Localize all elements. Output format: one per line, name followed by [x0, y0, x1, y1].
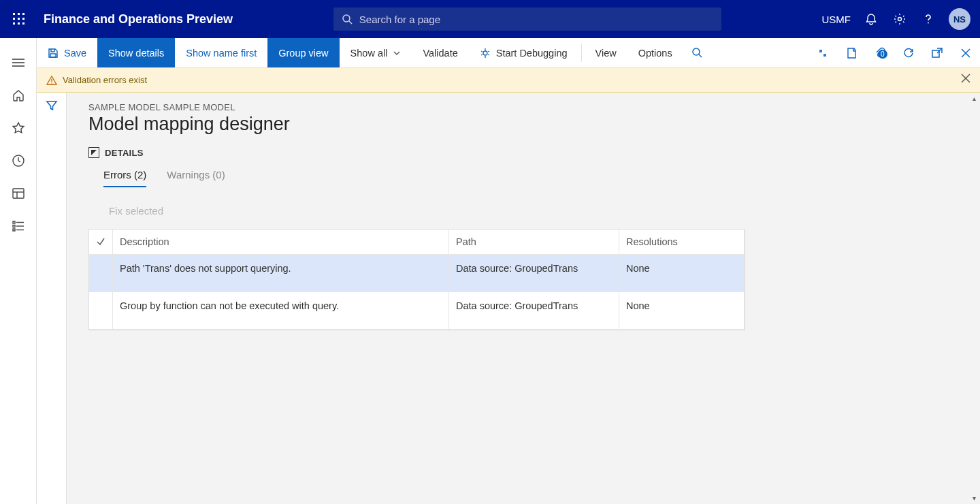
chevron-down-icon — [393, 49, 401, 57]
errors-table: Description Path Resolutions Path 'Trans… — [88, 229, 745, 330]
col-resolutions[interactable]: Resolutions — [619, 230, 745, 255]
cell-path: Data source: GroupedTrans — [449, 255, 619, 292]
filter-column — [37, 93, 67, 504]
separator — [581, 44, 582, 62]
view-button[interactable]: View — [585, 38, 627, 67]
tab-errors[interactable]: Errors (2) — [103, 169, 146, 187]
page-title: Model mapping designer — [88, 114, 958, 135]
table-row[interactable]: Path 'Trans' does not support querying. … — [89, 255, 745, 292]
show-details-button[interactable]: Show details — [97, 38, 175, 67]
company-code[interactable]: USMF — [822, 14, 851, 25]
collapse-icon — [88, 147, 99, 158]
open-office-icon[interactable] — [837, 47, 866, 59]
action-bar: Save Show details Show name first Group … — [37, 38, 980, 68]
scroll-track[interactable] — [968, 104, 980, 492]
svg-rect-24 — [13, 229, 15, 231]
nav-collapse-icon[interactable] — [5, 49, 32, 76]
personalize-icon[interactable] — [808, 47, 837, 59]
validate-button[interactable]: Validate — [412, 38, 468, 67]
gear-icon[interactable] — [892, 11, 908, 27]
attachment-badge: 0 — [878, 50, 887, 59]
col-path[interactable]: Path — [449, 230, 619, 255]
save-button[interactable]: Save — [37, 38, 97, 67]
help-icon[interactable] — [920, 11, 936, 27]
cell-description: Path 'Trans' does not support querying. — [113, 255, 449, 292]
svg-rect-2 — [22, 13, 24, 15]
svg-line-10 — [349, 21, 352, 24]
col-description[interactable]: Description — [113, 230, 449, 255]
svg-rect-20 — [13, 221, 15, 223]
svg-point-27 — [483, 51, 487, 55]
cell-description: Group by function can not be executed wi… — [113, 292, 449, 330]
svg-line-29 — [699, 54, 702, 57]
filter-icon[interactable] — [46, 99, 58, 504]
svg-rect-8 — [22, 22, 24, 25]
fix-selected-button: Fix selected — [109, 205, 958, 217]
home-icon[interactable] — [5, 82, 32, 109]
close-page-icon[interactable] — [951, 48, 980, 59]
details-header[interactable]: DETAILS — [88, 147, 958, 158]
bell-icon[interactable] — [863, 11, 879, 27]
vertical-scrollbar[interactable]: ▴ ▾ — [968, 93, 980, 504]
tabs: Errors (2) Warnings (0) — [103, 169, 958, 187]
table-header-row: Description Path Resolutions — [89, 230, 745, 255]
svg-rect-22 — [13, 225, 15, 227]
svg-rect-4 — [18, 18, 20, 20]
start-debugging-button[interactable]: Start Debugging — [469, 38, 578, 67]
attachments-icon[interactable]: 0 — [866, 47, 894, 59]
close-banner-icon[interactable] — [961, 74, 970, 83]
scroll-down-icon[interactable]: ▾ — [968, 492, 980, 504]
tab-warnings[interactable]: Warnings (0) — [167, 169, 225, 187]
global-header: Finance and Operations Preview USMF NS — [0, 0, 980, 38]
save-label: Save — [64, 48, 86, 59]
search-icon — [342, 14, 353, 25]
svg-point-11 — [898, 18, 902, 21]
scroll-up-icon[interactable]: ▴ — [968, 93, 980, 104]
favorites-icon[interactable] — [5, 114, 32, 142]
group-view-button[interactable]: Group view — [267, 38, 339, 67]
svg-point-34 — [51, 82, 52, 83]
svg-rect-7 — [18, 22, 20, 25]
workspaces-icon[interactable] — [5, 180, 32, 207]
show-name-first-button[interactable]: Show name first — [175, 38, 267, 67]
header-right: USMF NS — [822, 8, 971, 30]
row-select[interactable] — [89, 255, 113, 292]
modules-icon[interactable] — [5, 212, 32, 240]
page-content: SAMPLE MODEL SAMPLE MODEL Model mapping … — [67, 93, 980, 504]
app-launcher-icon[interactable] — [0, 0, 38, 38]
svg-rect-0 — [13, 13, 15, 15]
svg-rect-3 — [13, 18, 15, 20]
options-button[interactable]: Options — [627, 38, 683, 67]
svg-rect-17 — [13, 189, 24, 198]
left-rail — [0, 38, 37, 504]
popout-icon[interactable] — [923, 47, 951, 59]
svg-rect-26 — [50, 54, 56, 57]
search-container — [333, 7, 721, 31]
validation-warning-banner: Validation errors exist — [37, 68, 980, 93]
action-bar-right: 0 — [808, 38, 980, 67]
show-all-dropdown[interactable]: Show all — [340, 38, 412, 67]
content-row: SAMPLE MODEL SAMPLE MODEL Model mapping … — [37, 93, 980, 504]
refresh-icon[interactable] — [894, 47, 923, 59]
details-label: DETAILS — [105, 148, 144, 158]
app-title: Finance and Operations Preview — [44, 12, 233, 27]
cell-resolutions: None — [619, 255, 745, 292]
warning-message: Validation errors exist — [63, 75, 147, 85]
cell-path: Data source: GroupedTrans — [449, 292, 619, 330]
main-area: Save Show details Show name first Group … — [37, 38, 980, 504]
recent-icon[interactable] — [5, 147, 32, 174]
avatar[interactable]: NS — [949, 8, 970, 30]
search-input[interactable] — [359, 14, 713, 25]
debug-icon — [480, 48, 491, 59]
cell-resolutions: None — [619, 292, 745, 330]
search-box[interactable] — [333, 7, 721, 31]
warning-icon — [46, 75, 57, 86]
find-icon[interactable] — [683, 38, 712, 67]
svg-point-12 — [928, 22, 929, 24]
table-row[interactable]: Group by function can not be executed wi… — [89, 292, 745, 330]
row-select[interactable] — [89, 292, 113, 330]
svg-point-28 — [693, 48, 700, 55]
svg-rect-1 — [18, 13, 20, 15]
select-all-header[interactable] — [89, 230, 113, 255]
svg-rect-5 — [22, 18, 24, 20]
